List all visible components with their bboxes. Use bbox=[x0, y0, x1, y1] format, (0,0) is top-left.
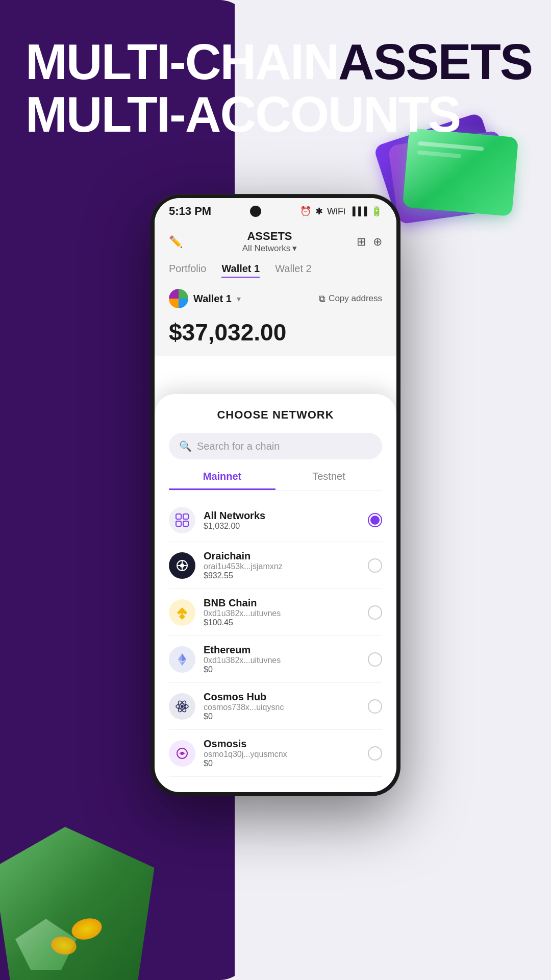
tab-portfolio[interactable]: Portfolio bbox=[169, 263, 206, 278]
hero-line2: MULTI-ACCOUNTS bbox=[26, 86, 460, 142]
bluetooth-icon: ✱ bbox=[315, 206, 323, 217]
network-balance-eth: $0 bbox=[204, 665, 360, 674]
phone-wrapper: 5:13 PM ⏰ ✱ WiFi ▐▐▐ 🔋 ✏️ ASSETS bbox=[151, 194, 400, 796]
header-actions: ⊞ ⊕ bbox=[357, 235, 382, 249]
choose-network-modal: CHOOSE NETWORK 🔍 Search for a chain Main… bbox=[155, 394, 396, 792]
network-icon-all bbox=[169, 507, 195, 533]
network-label: All Networks bbox=[242, 243, 290, 254]
network-info-all: All Networks $1,032.00 bbox=[204, 510, 360, 531]
svg-point-14 bbox=[181, 611, 184, 614]
tab-wallet2[interactable]: Wallet 2 bbox=[275, 263, 312, 278]
network-item-bnb[interactable]: BNB Chain 0xd1u382x...uituvnes $100.45 bbox=[169, 589, 382, 636]
phone-screen: 5:13 PM ⏰ ✱ WiFi ▐▐▐ 🔋 ✏️ ASSETS bbox=[155, 198, 396, 792]
phone-frame: 5:13 PM ⏰ ✱ WiFi ▐▐▐ 🔋 ✏️ ASSETS bbox=[151, 194, 400, 796]
wallet-tabs: Portfolio Wallet 1 Wallet 2 bbox=[155, 261, 396, 285]
radio-bnb[interactable] bbox=[368, 605, 382, 620]
network-balance-cosmos: $0 bbox=[204, 712, 360, 721]
network-item-eth[interactable]: Ethereum 0xd1u382x...uituvnes $0 bbox=[169, 636, 382, 683]
svg-marker-15 bbox=[182, 653, 186, 662]
network-icon-cosmos bbox=[169, 693, 195, 720]
header-title-block: ASSETS All Networks ▾ bbox=[242, 230, 297, 254]
network-info-eth: Ethereum 0xd1u382x...uituvnes $0 bbox=[204, 644, 360, 674]
hero-line1-part1: MULTI-CHAIN bbox=[26, 34, 338, 90]
search-bar[interactable]: 🔍 Search for a chain bbox=[169, 433, 382, 459]
network-name-all: All Networks bbox=[204, 510, 360, 522]
svg-marker-16 bbox=[178, 653, 182, 662]
network-item-osmosis[interactable]: Osmosis osmo1q30j...yqusmcnx $0 bbox=[169, 730, 382, 777]
network-tabs: Mainnet Testnet bbox=[169, 471, 382, 491]
svg-rect-1 bbox=[183, 514, 188, 519]
svg-marker-13 bbox=[179, 614, 185, 620]
wallet-name: Wallet 1 bbox=[193, 293, 232, 305]
network-item-all[interactable]: All Networks $1,032.00 bbox=[169, 499, 382, 542]
modal-title: CHOOSE NETWORK bbox=[169, 408, 382, 422]
chevron-down-icon: ▾ bbox=[292, 243, 297, 254]
header-title: ASSETS bbox=[242, 230, 297, 243]
card-decoration bbox=[378, 122, 531, 276]
wallet-info: Wallet 1 ▾ ⧉ Copy address bbox=[155, 285, 396, 315]
network-balance-orai: $932.55 bbox=[204, 571, 360, 580]
network-balance-osmosis: $0 bbox=[204, 759, 360, 768]
network-info-cosmos: Cosmos Hub cosmos738x...uiqysnc $0 bbox=[204, 691, 360, 721]
wallet-chevron-icon: ▾ bbox=[237, 294, 241, 304]
network-item-orai[interactable]: Oraichain orai1u453k...jsjamxnz $932.55 bbox=[169, 542, 382, 589]
network-address-cosmos: cosmos738x...uiqysnc bbox=[204, 703, 360, 712]
radio-osmosis[interactable] bbox=[368, 746, 382, 761]
network-name-bnb: BNB Chain bbox=[204, 597, 360, 609]
radio-cosmos[interactable] bbox=[368, 699, 382, 714]
copy-icon: ⧉ bbox=[319, 293, 325, 304]
network-name-orai: Oraichain bbox=[204, 550, 360, 562]
radio-all[interactable] bbox=[368, 513, 382, 527]
radio-orai[interactable] bbox=[368, 558, 382, 573]
tab-testnet[interactable]: Testnet bbox=[276, 471, 382, 490]
network-info-bnb: BNB Chain 0xd1u382x...uituvnes $100.45 bbox=[204, 597, 360, 627]
network-address-bnb: 0xd1u382x...uituvnes bbox=[204, 609, 360, 618]
network-item-cosmos[interactable]: Cosmos Hub cosmos738x...uiqysnc $0 bbox=[169, 683, 382, 730]
hero-title: MULTI-CHAINASSETS MULTI-ACCOUNTS bbox=[26, 36, 532, 141]
copy-address-button[interactable]: ⧉ Copy address bbox=[319, 293, 382, 304]
status-time: 5:13 PM bbox=[169, 205, 211, 218]
network-name-cosmos: Cosmos Hub bbox=[204, 691, 360, 703]
hero-text-block: MULTI-CHAINASSETS MULTI-ACCOUNTS bbox=[26, 36, 532, 141]
network-address-eth: 0xd1u382x...uituvnes bbox=[204, 656, 360, 665]
signal-icon: ▐▐▐ bbox=[349, 207, 367, 216]
network-balance-all: $1,032.00 bbox=[204, 522, 360, 531]
svg-rect-2 bbox=[176, 521, 181, 526]
svg-point-5 bbox=[180, 564, 184, 568]
page-container: MULTI-CHAINASSETS MULTI-ACCOUNTS bbox=[0, 0, 551, 980]
status-bar: 5:13 PM ⏰ ✱ WiFi ▐▐▐ 🔋 bbox=[155, 198, 396, 225]
network-info-osmosis: Osmosis osmo1q30j...yqusmcnx $0 bbox=[204, 738, 360, 768]
svg-rect-3 bbox=[183, 521, 188, 526]
wallet-avatar bbox=[169, 289, 188, 308]
search-placeholder: Search for a chain bbox=[197, 440, 280, 452]
add-wallet-icon[interactable]: ⊕ bbox=[373, 235, 382, 249]
wallet-name-block[interactable]: Wallet 1 ▾ bbox=[169, 289, 241, 308]
copy-label: Copy address bbox=[329, 293, 382, 304]
edit-icon[interactable]: ✏️ bbox=[169, 235, 183, 249]
radio-eth[interactable] bbox=[368, 652, 382, 667]
status-icons: ⏰ ✱ WiFi ▐▐▐ 🔋 bbox=[300, 206, 382, 217]
svg-rect-0 bbox=[176, 514, 181, 519]
expand-icon[interactable]: ⊞ bbox=[357, 235, 366, 249]
network-balance-bnb: $100.45 bbox=[204, 618, 360, 627]
svg-point-19 bbox=[181, 705, 184, 708]
network-icon-osmosis bbox=[169, 740, 195, 767]
network-icon-bnb bbox=[169, 599, 195, 626]
app-header: ✏️ ASSETS All Networks ▾ ⊞ ⊕ bbox=[155, 225, 396, 261]
tab-mainnet[interactable]: Mainnet bbox=[169, 471, 276, 490]
network-address-osmosis: osmo1q30j...yqusmcnx bbox=[204, 750, 360, 759]
header-subtitle[interactable]: All Networks ▾ bbox=[242, 243, 297, 254]
network-address-orai: orai1u453k...jsjamxnz bbox=[204, 562, 360, 571]
alarm-icon: ⏰ bbox=[300, 206, 311, 217]
status-camera bbox=[250, 206, 261, 217]
network-name-eth: Ethereum bbox=[204, 644, 360, 656]
network-list: All Networks $1,032.00 bbox=[169, 499, 382, 777]
balance-section: $37,032.00 bbox=[155, 315, 396, 356]
network-name-osmosis: Osmosis bbox=[204, 738, 360, 750]
svg-point-24 bbox=[181, 752, 184, 755]
search-icon: 🔍 bbox=[179, 440, 192, 452]
tab-wallet1[interactable]: Wallet 1 bbox=[221, 263, 260, 278]
network-icon-orai bbox=[169, 552, 195, 579]
network-info-orai: Oraichain orai1u453k...jsjamxnz $932.55 bbox=[204, 550, 360, 580]
wifi-icon: WiFi bbox=[327, 206, 345, 217]
